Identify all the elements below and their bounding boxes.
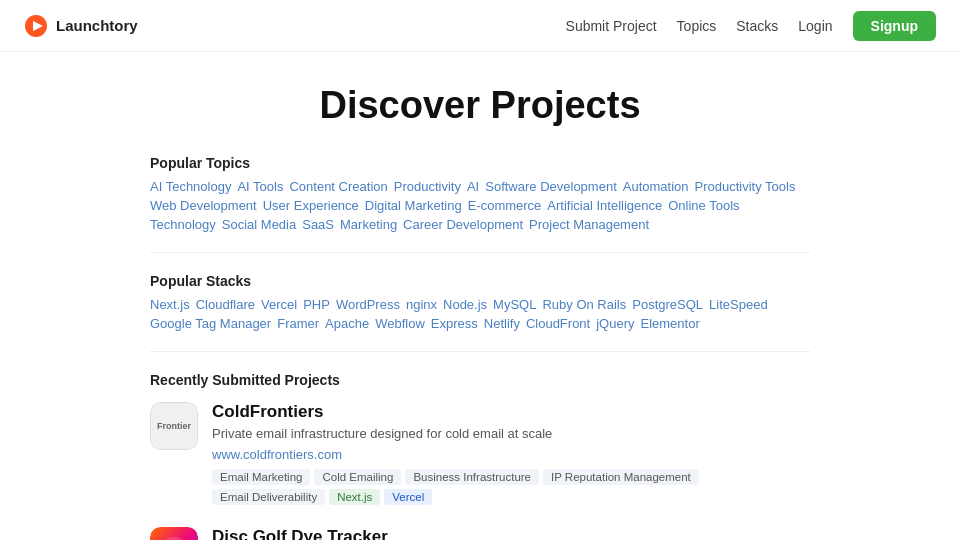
navbar: Launchtory Submit Project Topics Stacks … bbox=[0, 0, 960, 52]
topic-tag[interactable]: SaaS bbox=[302, 217, 334, 232]
popular-stacks-heading: Popular Stacks bbox=[150, 273, 810, 289]
project-name: ColdFrontiers bbox=[212, 402, 810, 422]
recently-submitted-section: Recently Submitted Projects Frontier Col… bbox=[150, 372, 810, 540]
topic-tag[interactable]: Online Tools bbox=[668, 198, 739, 213]
topic-tag[interactable]: User Experience bbox=[263, 198, 359, 213]
project-tag[interactable]: Vercel bbox=[384, 489, 432, 505]
project-body: ColdFrontiers Private email infrastructu… bbox=[212, 402, 810, 505]
stack-tag[interactable]: Vercel bbox=[261, 297, 297, 312]
stack-tag[interactable]: Cloudflare bbox=[196, 297, 255, 312]
project-icon bbox=[150, 527, 198, 540]
project-tag[interactable]: IP Reputation Management bbox=[543, 469, 699, 485]
nav-submit-project[interactable]: Submit Project bbox=[566, 18, 657, 34]
stack-tag[interactable]: Node.js bbox=[443, 297, 487, 312]
stack-tag[interactable]: Framer bbox=[277, 316, 319, 331]
stack-tag[interactable]: Elementor bbox=[641, 316, 700, 331]
stack-tag[interactable]: nginx bbox=[406, 297, 437, 312]
project-tag[interactable]: Next.js bbox=[329, 489, 380, 505]
popular-topics-heading: Popular Topics bbox=[150, 155, 810, 171]
stack-tag[interactable]: jQuery bbox=[596, 316, 634, 331]
stack-tag[interactable]: LiteSpeed bbox=[709, 297, 768, 312]
nav-stacks[interactable]: Stacks bbox=[736, 18, 778, 34]
topic-tag[interactable]: Career Development bbox=[403, 217, 523, 232]
project-name: Disc Golf Dye Tracker bbox=[212, 527, 810, 540]
stack-tag[interactable]: Google Tag Manager bbox=[150, 316, 271, 331]
project-tag[interactable]: Email Deliverability bbox=[212, 489, 325, 505]
project-tags: Email MarketingCold EmailingBusiness Inf… bbox=[212, 469, 810, 505]
divider-1 bbox=[150, 252, 810, 253]
logo[interactable]: Launchtory bbox=[24, 14, 138, 38]
project-card: Disc Golf Dye Tracker Track your disc dy… bbox=[150, 527, 810, 540]
project-card: Frontier ColdFrontiers Private email inf… bbox=[150, 402, 810, 505]
stack-tag[interactable]: Express bbox=[431, 316, 478, 331]
topic-tag[interactable]: Productivity Tools bbox=[695, 179, 796, 194]
login-button[interactable]: Login bbox=[798, 18, 832, 34]
nav-topics[interactable]: Topics bbox=[677, 18, 717, 34]
topic-tag[interactable]: Technology bbox=[150, 217, 216, 232]
project-tag[interactable]: Cold Emailing bbox=[314, 469, 401, 485]
topic-tag[interactable]: Content Creation bbox=[289, 179, 387, 194]
popular-stacks-section: Popular Stacks Next.jsCloudflareVercelPH… bbox=[150, 273, 810, 331]
divider-2 bbox=[150, 351, 810, 352]
project-body: Disc Golf Dye Tracker Track your disc dy… bbox=[212, 527, 810, 540]
topic-tag[interactable]: Web Development bbox=[150, 198, 257, 213]
topic-tag[interactable]: AI Technology bbox=[150, 179, 231, 194]
popular-topics-section: Popular Topics AI TechnologyAI ToolsCont… bbox=[150, 155, 810, 232]
stack-tag[interactable]: WordPress bbox=[336, 297, 400, 312]
stack-tag[interactable]: Netlify bbox=[484, 316, 520, 331]
stack-tag[interactable]: Next.js bbox=[150, 297, 190, 312]
project-tag[interactable]: Business Infrastructure bbox=[405, 469, 539, 485]
stack-tag[interactable]: Apache bbox=[325, 316, 369, 331]
popular-topics-tags: AI TechnologyAI ToolsContent CreationPro… bbox=[150, 179, 810, 232]
recently-submitted-heading: Recently Submitted Projects bbox=[150, 372, 810, 388]
topic-tag[interactable]: Software Development bbox=[485, 179, 617, 194]
page-title: Discover Projects bbox=[150, 84, 810, 127]
project-description: Private email infrastructure designed fo… bbox=[212, 425, 810, 443]
stack-tag[interactable]: Webflow bbox=[375, 316, 425, 331]
topic-tag[interactable]: Social Media bbox=[222, 217, 296, 232]
main-content: Discover Projects Popular Topics AI Tech… bbox=[130, 52, 830, 540]
stack-tag[interactable]: Ruby On Rails bbox=[542, 297, 626, 312]
project-url[interactable]: www.coldfrontiers.com bbox=[212, 447, 810, 462]
stack-tag[interactable]: MySQL bbox=[493, 297, 536, 312]
topic-tag[interactable]: Marketing bbox=[340, 217, 397, 232]
topic-tag[interactable]: AI bbox=[467, 179, 479, 194]
stack-tag[interactable]: PostgreSQL bbox=[632, 297, 703, 312]
topic-tag[interactable]: AI Tools bbox=[237, 179, 283, 194]
topic-tag[interactable]: Productivity bbox=[394, 179, 461, 194]
logo-text: Launchtory bbox=[56, 17, 138, 34]
projects-list: Frontier ColdFrontiers Private email inf… bbox=[150, 402, 810, 540]
topic-tag[interactable]: E-commerce bbox=[468, 198, 542, 213]
project-tag[interactable]: Email Marketing bbox=[212, 469, 310, 485]
logo-icon bbox=[24, 14, 48, 38]
stack-tag[interactable]: CloudFront bbox=[526, 316, 590, 331]
topic-tag[interactable]: Digital Marketing bbox=[365, 198, 462, 213]
topic-tag[interactable]: Project Management bbox=[529, 217, 649, 232]
signup-button[interactable]: Signup bbox=[853, 11, 936, 41]
topic-tag[interactable]: Automation bbox=[623, 179, 689, 194]
nav-links: Submit Project Topics Stacks Login Signu… bbox=[566, 11, 936, 41]
project-icon: Frontier bbox=[150, 402, 198, 450]
popular-stacks-tags: Next.jsCloudflareVercelPHPWordPressnginx… bbox=[150, 297, 810, 331]
topic-tag[interactable]: Artificial Intelligence bbox=[547, 198, 662, 213]
stack-tag[interactable]: PHP bbox=[303, 297, 330, 312]
